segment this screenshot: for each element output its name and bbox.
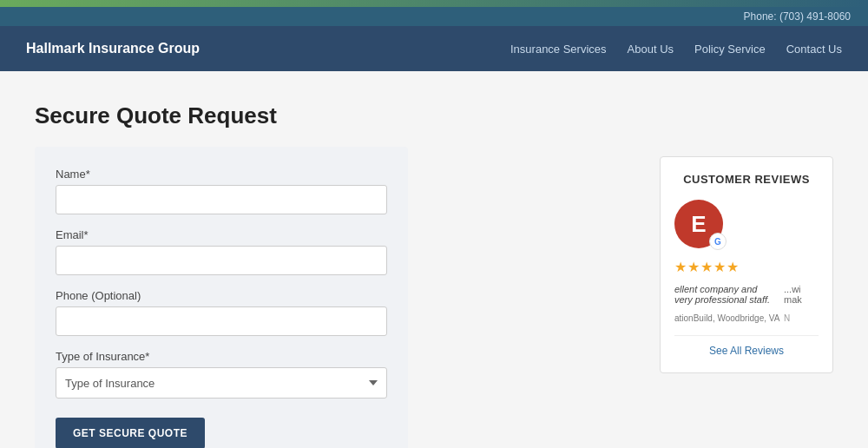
email-label: Email* [56, 228, 387, 241]
name-label: Name* [56, 168, 387, 181]
main-nav: Hallmark Insurance Group Insurance Servi… [0, 26, 868, 71]
see-all-reviews-link[interactable]: See All Reviews [674, 345, 819, 357]
insurance-group: Type of Insurance* Type of Insurance [56, 350, 387, 399]
review-card: CUSTOMER REVIEWS E G ★★★★★ ellent compan… [660, 156, 833, 373]
reviewer-right-info: N [784, 313, 819, 323]
nav-links: Insurance Services About Us Policy Servi… [510, 43, 842, 56]
top-gradient-bar [0, 0, 868, 7]
google-badge: G [709, 233, 727, 250]
about-us-link[interactable]: About Us [628, 43, 674, 56]
form-section: Secure Quote Request Name* Email* Phone … [35, 102, 634, 448]
form-title: Secure Quote Request [35, 102, 634, 129]
reviewer-info: ationBuild, Woodbridge, VA N [674, 313, 819, 323]
phone-bar: Phone: (703) 491-8060 [0, 7, 868, 26]
phone-text: Phone: (703) 491-8060 [744, 10, 851, 23]
reviewer-avatar: E G [674, 200, 723, 248]
insurance-services-link[interactable]: Insurance Services [510, 43, 607, 56]
phone-input[interactable] [56, 306, 387, 336]
email-input[interactable] [56, 246, 387, 275]
policy-service-link[interactable]: Policy Service [694, 43, 766, 56]
phone-group: Phone (Optional) [56, 289, 387, 336]
review-text-columns: ellent company and very professional sta… [674, 284, 819, 305]
name-group: Name* [56, 168, 387, 214]
form-card: Name* Email* Phone (Optional) Type of In… [35, 147, 408, 448]
review-text-right: ...wi mak [784, 284, 819, 305]
review-text-left: ellent company and very professional sta… [674, 284, 777, 305]
phone-label: Phone (Optional) [56, 289, 387, 302]
review-card-title: CUSTOMER REVIEWS [674, 173, 819, 186]
email-group: Email* [56, 228, 387, 275]
submit-button[interactable]: GET SECURE QUOTE [56, 418, 205, 448]
main-content: Secure Quote Request Name* Email* Phone … [0, 71, 868, 448]
reviewer-location: ationBuild, Woodbridge, VA [674, 313, 784, 323]
review-divider [674, 335, 819, 336]
contact-us-link[interactable]: Contact Us [786, 43, 842, 56]
name-input[interactable] [56, 185, 387, 214]
insurance-label: Type of Insurance* [56, 350, 387, 363]
nav-logo[interactable]: Hallmark Insurance Group [26, 41, 510, 56]
avatar-letter: E [691, 211, 706, 238]
star-rating: ★★★★★ [674, 259, 819, 275]
insurance-select[interactable]: Type of Insurance [56, 367, 387, 399]
